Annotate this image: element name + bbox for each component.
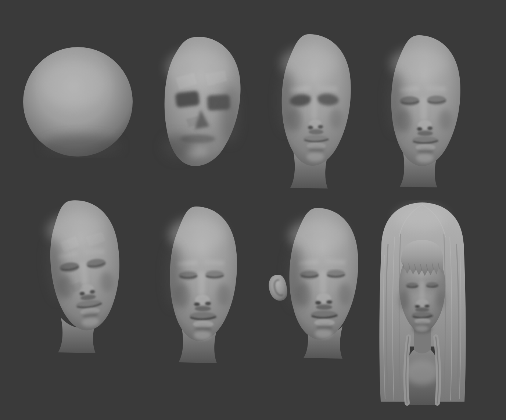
sculpt-stage-5-refined-planes [34, 197, 123, 355]
final-bust-mesh [366, 200, 479, 407]
sculpt-stage-3-primary-forms [262, 31, 354, 189]
refined-planes-mesh [34, 197, 123, 355]
chin [415, 324, 428, 332]
detailed-head-mesh [259, 205, 362, 359]
sculpt-stage-8-final-bust [366, 200, 479, 407]
chin [194, 330, 211, 340]
sculpt-stage-1-sphere [23, 46, 133, 158]
sculpt-stage-2-blocked-skull [143, 34, 249, 170]
ear [269, 275, 287, 301]
blocked-skull-mesh [143, 34, 249, 170]
smoothed-head-mesh [151, 203, 241, 364]
tilted-head-group [40, 197, 123, 334]
sculpt-stage-6-smoothed-head [151, 203, 241, 364]
chin [315, 329, 333, 338]
primary-forms-mesh [262, 31, 354, 189]
chin [306, 152, 324, 162]
faceted-features-mesh [370, 32, 464, 188]
sculpt-stage-7-detailed-head [259, 205, 362, 359]
sculpt-stage-4-faceted-features [370, 32, 464, 188]
sphere-mesh [23, 46, 133, 158]
chin [416, 153, 434, 163]
hair-bangs [401, 240, 443, 276]
bust [404, 346, 440, 405]
sculpt-progression-canvas [0, 0, 506, 420]
